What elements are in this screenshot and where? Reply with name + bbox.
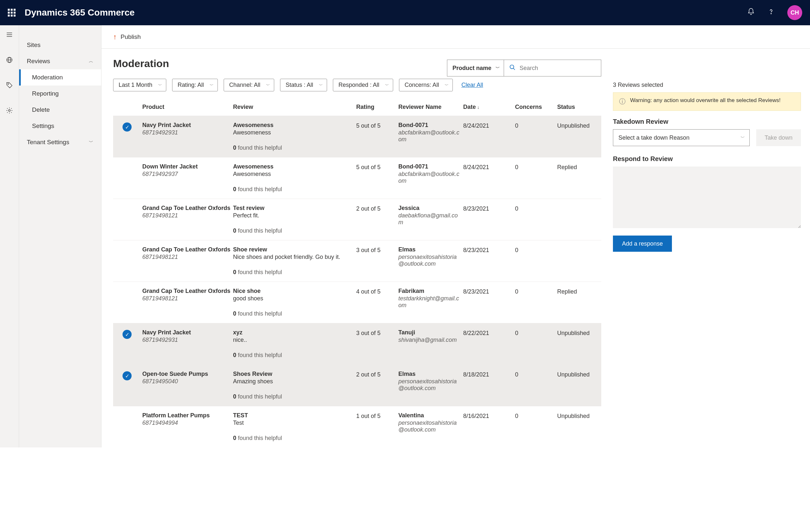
product-id: 68719492931: [142, 129, 230, 136]
reviewer-email: personaexitosahistoria@outlook.com: [398, 378, 460, 392]
dropdown-placeholder: Select a take down Reason: [618, 134, 690, 141]
col-reviewer[interactable]: Reviewer Name: [397, 102, 462, 113]
review-body: Test: [233, 419, 354, 426]
chevron-down-icon: ﹀: [385, 82, 389, 88]
reviewer-email: testdarkknight@gmail.com: [398, 295, 460, 309]
col-date[interactable]: Date↓: [462, 102, 514, 113]
sidebar-item-settings[interactable]: Settings: [19, 118, 101, 134]
status: [556, 246, 601, 276]
sort-arrow-icon: ↓: [477, 105, 480, 110]
reviewer-email: daebakfiona@gmail.com: [398, 212, 460, 226]
col-review[interactable]: Review: [232, 102, 355, 113]
takedown-button[interactable]: Take down: [756, 129, 801, 146]
tag-icon[interactable]: [6, 82, 13, 91]
add-response-button[interactable]: Add a response: [613, 235, 672, 252]
response-textarea[interactable]: [613, 167, 801, 228]
publish-button[interactable]: Publish: [120, 33, 141, 40]
filter-pill-3[interactable]: Status : All﹀: [280, 79, 327, 92]
info-icon: ⓘ: [619, 97, 626, 106]
filter-pill-1[interactable]: Rating: All﹀: [172, 79, 218, 92]
table-row[interactable]: Grand Cap Toe Leather Oxfords68719498121…: [113, 199, 601, 240]
globe-icon[interactable]: [6, 56, 13, 65]
filter-pill-4[interactable]: Responded : All﹀: [333, 79, 393, 92]
table-row[interactable]: Grand Cap Toe Leather Oxfords68719498121…: [113, 282, 601, 323]
avatar[interactable]: CH: [787, 5, 802, 20]
reviewer-email: abcfabrikam@outlook.com: [398, 129, 460, 143]
clear-all-link[interactable]: Clear All: [461, 82, 483, 88]
selected-count: 3 Reviews selected: [613, 82, 801, 88]
filter-label: Rating: All: [178, 82, 204, 88]
sidebar-item-tenant-settings[interactable]: Tenant Settings﹀: [19, 134, 101, 150]
concerns: 0: [514, 288, 556, 317]
concerns: 0: [514, 205, 556, 234]
table-row[interactable]: ✓Navy Print Jacket68719492931xyznice..0 …: [113, 323, 601, 365]
reviewer-name: Jessica: [398, 205, 460, 212]
app-title: Dynamics 365 Commerce: [25, 7, 134, 18]
row-check-icon[interactable]: ✓: [123, 122, 132, 132]
col-status[interactable]: Status: [556, 102, 601, 113]
table-row[interactable]: Platform Leather Pumps68719494994TESTTes…: [113, 406, 601, 447]
filter-label: Last 1 Month: [119, 82, 152, 88]
table-row[interactable]: Down Winter Jacket68719492937Awesomeness…: [113, 157, 601, 199]
search-by-dropdown[interactable]: Product name ﹀: [447, 60, 504, 77]
sidebar-item-moderation[interactable]: Moderation: [19, 69, 101, 85]
takedown-reason-dropdown[interactable]: Select a take down Reason ﹀: [613, 129, 750, 146]
product-id: 68719492937: [142, 171, 230, 178]
hamburger-icon[interactable]: [6, 31, 13, 40]
search-input[interactable]: [520, 65, 596, 72]
table-header: Product Review Rating Reviewer Name Date…: [113, 99, 601, 116]
filter-label: Concerns: All: [405, 82, 439, 88]
filter-pill-2[interactable]: Channel: All﹀: [224, 79, 274, 92]
reviewer-email: personaexitosahistoria@outlook.com: [398, 254, 460, 267]
rating: 4 out of 5: [355, 288, 397, 317]
status: Unpublished: [556, 412, 601, 442]
sidebar-item-reporting[interactable]: Reporting: [19, 85, 101, 102]
sidebar-item-sites[interactable]: Sites: [19, 37, 101, 53]
help-icon[interactable]: [767, 8, 775, 17]
rating: 2 out of 5: [355, 205, 397, 234]
gear-icon[interactable]: [6, 107, 13, 116]
concerns: 0: [514, 371, 556, 400]
helpful-count: 0 found this helpful: [233, 186, 354, 193]
product-id: 68719494994: [142, 419, 230, 426]
search-box[interactable]: [504, 60, 601, 77]
sidebar-item-delete[interactable]: Delete: [19, 102, 101, 118]
sidebar-item-reviews[interactable]: Reviews︿: [19, 53, 101, 69]
row-check-icon[interactable]: ✓: [123, 371, 132, 380]
review-body: Awesomeness: [233, 171, 354, 178]
review-title: Shoe review: [233, 246, 354, 253]
svg-point-9: [510, 65, 514, 69]
status: Unpublished: [556, 122, 601, 151]
reviewer-name: Bond-0071: [398, 122, 460, 129]
col-rating[interactable]: Rating: [355, 102, 397, 113]
review-body: nice..: [233, 337, 354, 344]
row-check-icon[interactable]: ✓: [123, 330, 132, 339]
product-id: 68719498121: [142, 254, 230, 261]
filter-label: Responded : All: [338, 82, 379, 88]
status: Unpublished: [556, 371, 601, 400]
table-row[interactable]: ✓Open-toe Suede Pumps68719495040Shoes Re…: [113, 365, 601, 406]
helpful-count: 0 found this helpful: [233, 310, 354, 317]
filter-pill-5[interactable]: Concerns: All﹀: [399, 79, 453, 92]
svg-point-8: [9, 110, 10, 112]
col-concerns[interactable]: Concerns: [514, 102, 556, 113]
col-product[interactable]: Product: [141, 102, 232, 113]
notifications-icon[interactable]: [747, 8, 755, 17]
chevron-down-icon: ﹀: [319, 82, 323, 88]
table-row[interactable]: ✓Navy Print Jacket68719492931Awesomeness…: [113, 116, 601, 157]
filter-label: Status : All: [286, 82, 313, 88]
waffle-icon[interactable]: [8, 9, 16, 17]
chevron-up-icon: ︿: [89, 58, 93, 64]
svg-line-10: [514, 68, 515, 70]
takedown-title: Takedown Review: [613, 118, 801, 126]
filter-pill-0[interactable]: Last 1 Month﹀: [113, 79, 166, 92]
review-title: xyz: [233, 329, 354, 336]
review-body: good shoes: [233, 295, 354, 302]
review-body: Awesomeness: [233, 129, 354, 136]
status: Replied: [556, 288, 601, 317]
review-title: Test review: [233, 205, 354, 212]
review-title: Awesomeness: [233, 122, 354, 129]
table-row[interactable]: Grand Cap Toe Leather Oxfords68719498121…: [113, 240, 601, 282]
concerns: 0: [514, 246, 556, 276]
rating: 3 out of 5: [355, 246, 397, 276]
